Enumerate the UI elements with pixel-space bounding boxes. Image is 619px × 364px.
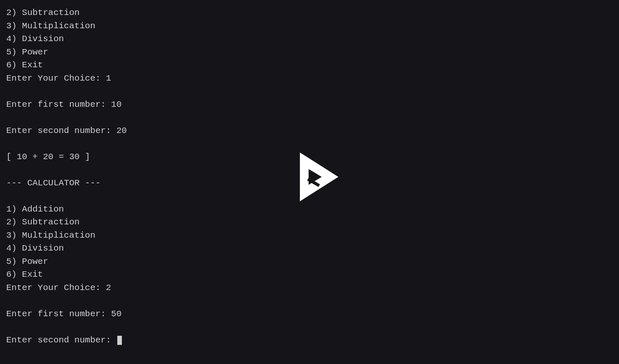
terminal-line: Enter first number: 10 [6,98,613,111]
play-icon [297,150,340,204]
terminal-line: 6) Exit [6,268,613,281]
play-button[interactable] [297,150,340,209]
terminal-line: 3) Multiplication [6,229,613,242]
prompt-text: Enter second number: [6,335,116,345]
terminal-line [6,294,613,307]
terminal-line: Enter first number: 50 [6,307,613,321]
terminal-line: 2) Subtraction [6,216,613,229]
terminal-line: Enter second number: 20 [6,124,613,138]
terminal-line [6,111,613,124]
terminal-line [6,85,613,98]
cursor-icon [117,336,122,345]
terminal-line: Enter Your Choice: 1 [6,72,613,85]
terminal-line: Enter Your Choice: 2 [6,281,613,295]
terminal-line: 4) Division [6,32,613,46]
terminal-line: 4) Division [6,242,613,255]
terminal-line: 5) Power [6,255,613,268]
terminal-line: 5) Power [6,46,613,59]
terminal-line: 2) Subtraction [6,6,613,20]
terminal-cursor-line: Enter second number: [6,334,613,347]
terminal-line [6,320,613,334]
terminal-line: 6) Exit [6,59,613,72]
terminal-line: 3) Multiplication [6,20,613,33]
terminal-line [6,137,613,150]
